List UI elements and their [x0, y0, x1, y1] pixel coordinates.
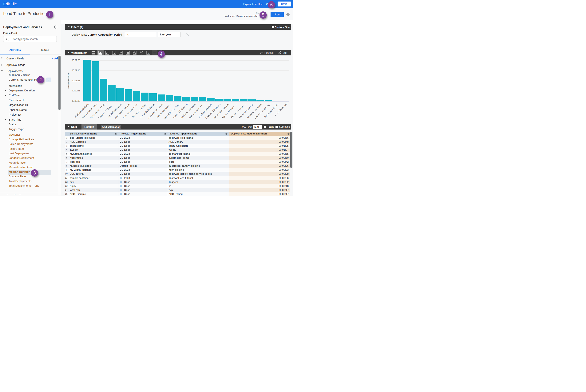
- svg-text:6: 6: [147, 52, 149, 54]
